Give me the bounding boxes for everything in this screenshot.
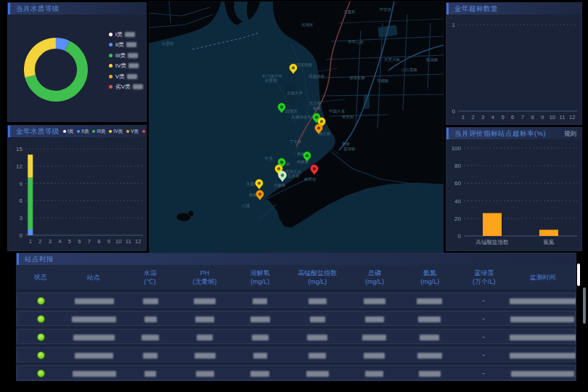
redacted-value [510, 335, 576, 340]
redacted-value [126, 42, 136, 47]
legend-label: II类 [81, 126, 89, 137]
bar-氨氮[interactable] [539, 230, 558, 236]
year-legend-item-I类[interactable]: I类 [63, 126, 73, 137]
year-legend-item-II类[interactable]: II类 [77, 126, 89, 137]
table-row[interactable]: - [17, 311, 576, 326]
legend-label: 劣V类 [115, 83, 131, 91]
table-column-header: 状态站点水温(℃)PH(无量纲)溶解氧(mg/L)高锰酸盐指数(mg/L)总磷(… [17, 265, 576, 290]
col-header-溶解氧: 溶解氧(mg/L) [232, 269, 287, 286]
panel-station-table: 站点时报 状态站点水温(℃)PH(无量纲)溶解氧(mg/L)高锰酸盐指数(mg/… [16, 253, 576, 381]
redacted-value [362, 335, 386, 340]
redacted-value [143, 298, 158, 304]
map-label: 高速西路 [309, 74, 325, 79]
svg-text:100: 100 [452, 145, 462, 152]
redacted-value [252, 335, 269, 340]
col-header-水温: 水温(℃) [123, 269, 177, 286]
cell-高锰酸盐指数 [287, 312, 346, 325]
bar-III类-m1[interactable] [28, 178, 33, 229]
map-panel[interactable]: 石房村五星村中宏区滨湖区市中心区天安大桥机场路小白花桥滨溪西路高速西路望湖宝桥吴… [149, 1, 444, 253]
panel-exceed-rate-header: 当月评价指标站点超标率(%) 规则 [446, 128, 581, 139]
svg-text:0: 0 [458, 233, 462, 240]
map-label: 望湖宝桥 [349, 75, 366, 80]
panel-exceed-rate-title: 当月评价指标站点超标率(%) [454, 128, 546, 139]
cell-水温 [123, 294, 177, 307]
page-scrollbar[interactable] [583, 287, 586, 324]
cell-高锰酸盐指数 [287, 330, 346, 343]
exceed-rate-chart: 020406080100高锰酸盐指数氨氮 [446, 139, 582, 251]
legend-item-I类[interactable]: I类 [109, 29, 143, 40]
map-label: 泉桥 [342, 142, 351, 146]
bar-高锰酸盐指数[interactable] [483, 213, 502, 236]
svg-text:7: 7 [88, 238, 91, 245]
dashboard: 当月水质等级 I类II类III类IV类V类劣V类 全年水质等级 I类II类III… [6, 1, 582, 381]
legend-dot [109, 54, 113, 57]
redacted-value [365, 317, 384, 322]
cell-状态 [17, 348, 65, 362]
legend-item-劣V类[interactable]: 劣V类 [109, 82, 143, 93]
bar-IV类-m1[interactable] [28, 155, 33, 178]
legend-item-IV类[interactable]: IV类 [109, 61, 143, 72]
map-label: 艺术馆 [287, 173, 300, 179]
redacted-value [196, 371, 214, 377]
redacted-value [128, 63, 139, 68]
table-row[interactable]: - [17, 329, 576, 344]
map-label: 石房村 [162, 41, 174, 46]
svg-text:3: 3 [49, 238, 52, 245]
legend-label: IV类 [115, 62, 127, 70]
col-header-氨氮: 氨氮(mg/L) [402, 269, 457, 286]
year-legend-item-V类[interactable]: V类 [126, 126, 139, 137]
cell-氨氮 [402, 348, 457, 362]
panel-year-exceed-header: 全年超标数量 [446, 3, 581, 15]
status-dot [37, 315, 45, 323]
panel-exceed-rate: 当月评价指标站点超标率(%) 规则 020406080100高锰酸盐指数氨氮 [446, 127, 582, 251]
table-row[interactable]: - [17, 347, 576, 362]
legend-item-II类[interactable]: II类 [109, 40, 143, 51]
cell-监测时间 [510, 330, 575, 343]
cell-氨氮 [402, 367, 457, 380]
cell-蓝绿藻: - [457, 315, 510, 322]
svg-text:10: 10 [550, 114, 555, 121]
panel-year-exceed: 全年超标数量 01123456789101112 [446, 2, 582, 125]
redacted-value [417, 353, 442, 359]
year-legend-item-劣V类[interactable]: 劣V类 [142, 126, 147, 137]
svg-text:1: 1 [29, 238, 32, 245]
redacted-value [364, 353, 385, 359]
cell-站点 [65, 312, 123, 325]
year-legend-item-III类[interactable]: III类 [92, 126, 105, 137]
cell-蓝绿藻: - [457, 297, 510, 304]
map[interactable]: 石房村五星村中宏区滨湖区市中心区天安大桥机场路小白花桥滨溪西路高速西路望湖宝桥吴… [149, 1, 444, 253]
cell-总磷 [347, 348, 402, 362]
cell-状态 [17, 312, 65, 325]
svg-text:12: 12 [135, 238, 141, 245]
year-legend-item-IV类[interactable]: IV类 [109, 126, 123, 137]
legend-item-III类[interactable]: III类 [109, 50, 143, 61]
bar-II类-m1[interactable] [28, 229, 33, 235]
legend-item-V类[interactable]: V类 [109, 71, 143, 82]
svg-text:5: 5 [68, 238, 71, 245]
redacted-value [510, 353, 576, 359]
donut-slice-IV类[interactable] [30, 44, 56, 77]
map-label: 科普馆 [265, 78, 277, 83]
legend-dot [109, 33, 113, 36]
table-row[interactable]: - [17, 293, 576, 308]
cell-状态 [17, 330, 65, 343]
panel-year-grade-title: 全年水质等级 [16, 126, 60, 137]
cell-PH [177, 348, 232, 362]
cell-高锰酸盐指数 [287, 294, 346, 307]
svg-text:12: 12 [569, 114, 575, 121]
col-header-站点: 站点 [64, 273, 123, 282]
rules-link[interactable]: 规则 [564, 128, 576, 139]
redacted-value [144, 317, 157, 322]
donut-slice-II类[interactable] [56, 44, 68, 46]
redacted-value [143, 353, 158, 359]
cell-站点 [65, 294, 123, 307]
map-label: 五星村 [343, 9, 356, 15]
table-row[interactable]: - [17, 365, 576, 380]
table-scrollbar[interactable] [577, 264, 580, 286]
svg-text:15: 15 [16, 146, 23, 152]
svg-text:3: 3 [20, 215, 23, 221]
redacted-value [511, 371, 574, 377]
redacted-value [510, 298, 576, 304]
redacted-value [364, 298, 385, 304]
map-label: 滨溪西路 [296, 62, 313, 68]
